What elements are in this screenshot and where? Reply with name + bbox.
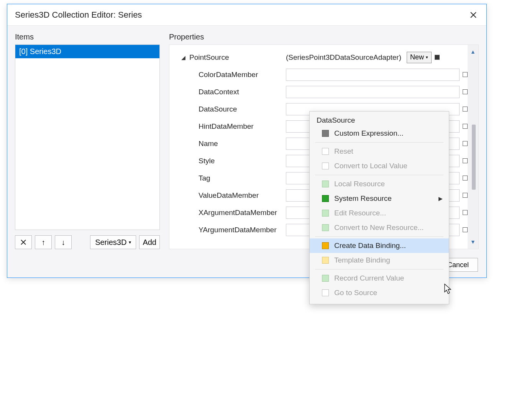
prop-input-datacontext[interactable] bbox=[286, 86, 460, 98]
menu-convert-new-resource: Convert to New Resource... bbox=[310, 220, 449, 235]
prop-label-style: Style bbox=[189, 157, 286, 165]
prop-label-xarg: XArgumentDataMember bbox=[189, 208, 286, 217]
property-row: ColorDataMember bbox=[180, 66, 468, 83]
datasource-context-menu: DataSource Custom Expression... Reset Co… bbox=[309, 111, 449, 304]
menu-reset: Reset bbox=[310, 144, 449, 159]
menu-local-resource: Local Resource bbox=[310, 177, 449, 191]
move-up-button[interactable]: ↑ bbox=[35, 235, 52, 249]
arrow-down-icon: ↓ bbox=[61, 238, 65, 247]
separator bbox=[315, 142, 443, 143]
close-button[interactable] bbox=[467, 9, 479, 21]
prop-label-valuedatamember: ValueDataMember bbox=[189, 191, 286, 200]
cursor-icon bbox=[444, 284, 452, 294]
scroll-thumb[interactable] bbox=[472, 125, 476, 190]
menu-edit-resource: Edit Resource... bbox=[310, 206, 449, 220]
menu-label: Convert to New Resource... bbox=[334, 223, 424, 232]
prop-label-datacontext: DataContext bbox=[189, 88, 286, 96]
menu-label: Local Resource bbox=[334, 180, 385, 188]
square-icon bbox=[322, 224, 329, 231]
square-icon bbox=[322, 163, 329, 169]
add-button[interactable]: Add bbox=[139, 235, 160, 249]
square-icon bbox=[322, 257, 329, 264]
square-icon bbox=[322, 130, 329, 137]
menu-label: Edit Resource... bbox=[334, 209, 386, 217]
square-icon bbox=[322, 289, 329, 296]
square-icon bbox=[322, 148, 329, 155]
list-item[interactable]: [0] Series3D bbox=[15, 45, 159, 58]
properties-label: Properties bbox=[169, 33, 479, 41]
prop-label-name: Name bbox=[189, 140, 286, 148]
menu-convert-local: Convert to Local Value bbox=[310, 159, 449, 173]
menu-label: System Resource bbox=[334, 194, 392, 203]
items-toolbar: ↑ ↓ Series3D ▾ Add bbox=[15, 235, 160, 249]
separator bbox=[315, 236, 443, 237]
menu-label: Reset bbox=[334, 147, 353, 156]
menu-label: Template Binding bbox=[334, 256, 390, 264]
new-button[interactable]: New ▾ bbox=[407, 52, 432, 63]
remove-button[interactable] bbox=[15, 235, 32, 249]
chevron-down-icon: ▾ bbox=[129, 240, 131, 245]
expand-toggle-icon[interactable]: ◢ bbox=[180, 54, 186, 61]
prop-label-pointsource: PointSource bbox=[189, 53, 286, 62]
menu-system-resource[interactable]: System Resource ▶ bbox=[310, 191, 449, 206]
menu-go-to-source: Go to Source bbox=[310, 286, 449, 300]
prop-label-hintdatamember: HintDataMember bbox=[189, 122, 286, 131]
property-row: DataContext bbox=[180, 83, 468, 100]
square-icon bbox=[322, 242, 329, 249]
binding-marker-icon[interactable] bbox=[463, 176, 468, 181]
separator bbox=[315, 175, 443, 175]
prop-label-yarg: YArgumentDataMember bbox=[189, 226, 286, 234]
prop-input-colordatamember[interactable] bbox=[286, 69, 460, 81]
add-label: Add bbox=[143, 238, 156, 247]
binding-marker-icon[interactable] bbox=[463, 89, 468, 94]
menu-label: Custom Expression... bbox=[334, 129, 404, 138]
menu-create-data-binding[interactable]: Create Data Binding... bbox=[310, 238, 449, 253]
menu-label: Convert to Local Value bbox=[334, 162, 407, 170]
type-combo-label: Series3D bbox=[95, 238, 126, 247]
menu-label: Go to Source bbox=[334, 289, 377, 297]
square-icon bbox=[322, 195, 329, 202]
prop-label-datasource: DataSource bbox=[189, 105, 286, 113]
items-pane: Items [0] Series3D ↑ ↓ Series3D ▾ bbox=[15, 33, 160, 249]
square-icon bbox=[322, 275, 329, 282]
separator bbox=[315, 269, 443, 269]
arrow-up-icon: ↑ bbox=[41, 238, 45, 247]
binding-marker-icon[interactable] bbox=[435, 55, 440, 60]
menu-record-current-value: Record Current Value bbox=[310, 271, 449, 286]
new-button-label: New bbox=[410, 53, 424, 61]
prop-label-tag: Tag bbox=[189, 174, 286, 182]
menu-template-binding: Template Binding bbox=[310, 253, 449, 268]
scroll-up-icon[interactable]: ▲ bbox=[470, 49, 476, 55]
prop-value-pointsource: (SeriesPoint3DDataSourceAdapter) bbox=[286, 53, 401, 62]
square-icon bbox=[322, 210, 329, 217]
chevron-down-icon: ▾ bbox=[426, 55, 428, 60]
binding-marker-icon[interactable] bbox=[463, 141, 468, 146]
context-menu-title: DataSource bbox=[310, 114, 449, 126]
binding-marker-icon[interactable] bbox=[463, 72, 468, 77]
remove-icon bbox=[20, 239, 26, 245]
titlebar: Series3D Collection Editor: Series bbox=[7, 4, 486, 26]
items-label: Items bbox=[15, 33, 160, 41]
type-combo[interactable]: Series3D ▾ bbox=[90, 235, 136, 249]
menu-custom-expression[interactable]: Custom Expression... bbox=[310, 126, 449, 141]
items-list[interactable]: [0] Series3D bbox=[15, 44, 160, 230]
menu-label: Record Current Value bbox=[334, 274, 404, 282]
binding-marker-icon[interactable] bbox=[463, 193, 468, 198]
binding-marker-icon[interactable] bbox=[463, 124, 468, 129]
chevron-right-icon: ▶ bbox=[438, 195, 443, 202]
scroll-down-icon[interactable]: ▼ bbox=[470, 239, 476, 245]
binding-marker-icon[interactable] bbox=[463, 107, 468, 112]
binding-marker-icon[interactable] bbox=[463, 158, 468, 163]
binding-marker-icon[interactable] bbox=[463, 227, 468, 232]
property-row: ◢ PointSource (SeriesPoint3DDataSourceAd… bbox=[180, 49, 468, 66]
square-icon bbox=[322, 181, 329, 187]
dialog-title: Series3D Collection Editor: Series bbox=[15, 10, 142, 20]
move-down-button[interactable]: ↓ bbox=[55, 235, 72, 249]
menu-label: Create Data Binding... bbox=[334, 241, 406, 250]
prop-label-colordatamember: ColorDataMember bbox=[189, 71, 286, 79]
binding-marker-icon[interactable] bbox=[463, 210, 468, 215]
close-icon bbox=[470, 11, 477, 18]
